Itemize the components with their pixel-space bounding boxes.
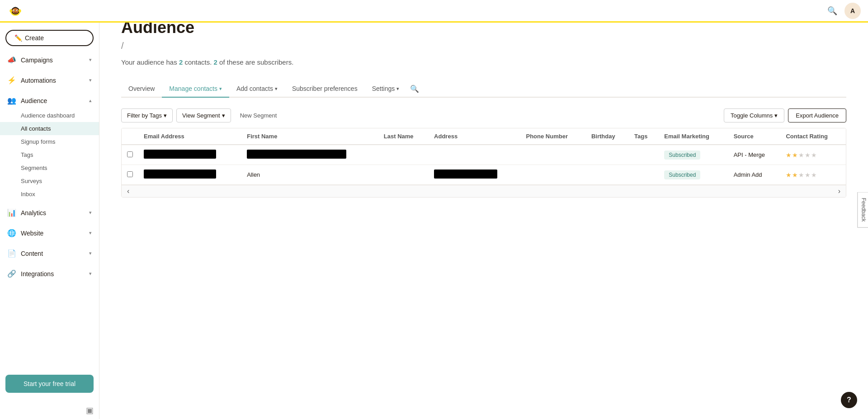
table-header: Email Address First Name Last Name Addre… <box>122 128 846 145</box>
view-segment-button[interactable]: View Segment ▾ <box>176 108 231 122</box>
sidebar-item-surveys[interactable]: Surveys <box>0 174 99 188</box>
table-row: Allen Subscribed Admin Add ★★★★★ <box>122 165 846 185</box>
sidebar-item-inbox[interactable]: Inbox <box>0 188 99 201</box>
contacts-table-container: Email Address First Name Last Name Addre… <box>121 128 846 198</box>
stars-empty: ★★★ <box>798 171 817 179</box>
th-tags: Tags <box>629 128 659 145</box>
row2-address <box>429 165 520 185</box>
analytics-icon: 📊 <box>7 208 16 216</box>
redacted-email <box>144 150 216 159</box>
sidebar-item-signup-forms[interactable]: Signup forms <box>0 135 99 148</box>
row2-email[interactable] <box>138 165 241 185</box>
redacted-email <box>144 169 216 179</box>
stars-empty: ★★★ <box>798 151 817 159</box>
sidebar-item-audience-dashboard[interactable]: Audience dashboard <box>0 109 99 122</box>
summary-suffix: of these are subscribers. <box>217 58 293 66</box>
row2-source: Admin Add <box>728 165 781 185</box>
scroll-left-icon[interactable]: ‹ <box>125 187 131 195</box>
search-icon[interactable]: 🔍 <box>827 6 837 16</box>
nav-section-automations: ⚡ Automations ▾ <box>0 70 99 90</box>
row1-birthday <box>586 145 629 165</box>
export-audience-button[interactable]: Export Audience <box>788 108 846 122</box>
feedback-tab[interactable]: Feedback <box>858 192 868 216</box>
table-body: Subscribed API - Merge ★★★★★ Allen <box>122 145 846 185</box>
filter-tags-button[interactable]: Filter by Tags ▾ <box>121 108 173 122</box>
toolbar-left: Filter by Tags ▾ View Segment ▾ New Segm… <box>121 108 282 122</box>
chevron-up-icon: ▴ <box>89 98 92 104</box>
topbar-right: 🔍 A <box>827 3 861 19</box>
analytics-label: Analytics <box>21 209 46 216</box>
sidebar: ✏️ Create 📣 Campaigns ▾ ⚡ Automations ▾ … <box>0 23 99 216</box>
svg-point-5 <box>14 10 14 11</box>
tabs-container: Overview Manage contacts ▾ Add contacts … <box>121 80 846 98</box>
tab-overview[interactable]: Overview <box>121 80 162 97</box>
create-button[interactable]: ✏️ Create <box>5 30 94 46</box>
stars-filled: ★★ <box>786 151 798 159</box>
sidebar-item-tags[interactable]: Tags <box>0 148 99 161</box>
row2-last-name <box>378 165 429 185</box>
sidebar-item-segments[interactable]: Segments <box>0 161 99 174</box>
chevron-down-icon: ▾ <box>396 86 399 92</box>
row2-tags <box>629 165 659 185</box>
th-phone: Phone Number <box>520 128 585 145</box>
sidebar-item-automations[interactable]: ⚡ Automations ▾ <box>0 72 99 89</box>
sidebar-item-analytics[interactable]: 📊 Analytics ▾ <box>0 204 99 216</box>
row1-contact-rating: ★★★★★ <box>780 145 846 165</box>
topbar-left <box>7 3 24 19</box>
chevron-down-icon: ▾ <box>89 210 92 216</box>
nav-section-audience: 👥 Audience ▴ Audience dashboard All cont… <box>0 90 99 202</box>
scroll-right-icon[interactable]: › <box>836 187 842 195</box>
pencil-icon: ✏️ <box>14 34 22 42</box>
sidebar-item-all-contacts[interactable]: All contacts <box>0 122 99 135</box>
row2-checkbox-input[interactable] <box>127 171 133 177</box>
row1-source: API - Merge <box>728 145 781 165</box>
automations-label: Automations <box>21 77 56 84</box>
summary-prefix: Your audience has <box>121 58 179 66</box>
th-email-marketing: Email Marketing <box>659 128 728 145</box>
chevron-down-icon: ▾ <box>89 57 92 63</box>
create-label: Create <box>25 34 44 42</box>
chevron-down-icon: ▾ <box>275 86 278 92</box>
subscribed-badge: Subscribed <box>664 151 700 160</box>
chevron-down-icon: ▾ <box>222 112 225 119</box>
tab-subscriber-preferences[interactable]: Subscriber preferences <box>285 80 365 97</box>
row1-tags <box>629 145 659 165</box>
main-content: Audience / Your audience has 2 contacts.… <box>99 0 868 216</box>
row1-checkbox-input[interactable] <box>127 151 133 157</box>
th-birthday: Birthday <box>586 128 629 145</box>
row2-first-name: Allen <box>241 165 378 185</box>
th-first-name: First Name <box>241 128 378 145</box>
tab-add-contacts[interactable]: Add contacts ▾ <box>229 80 285 97</box>
th-email: Email Address <box>138 128 241 145</box>
row2-checkbox[interactable] <box>122 165 138 185</box>
contacts-count: 2 <box>179 58 183 66</box>
toggle-columns-button[interactable]: Toggle Columns ▾ <box>724 108 784 122</box>
row2-email-marketing: Subscribed <box>659 165 728 185</box>
breadcrumb: / <box>121 41 846 51</box>
audience-summary: Your audience has 2 contacts. 2 of these… <box>121 58 846 66</box>
sidebar-item-campaigns[interactable]: 📣 Campaigns ▾ <box>0 52 99 68</box>
svg-point-6 <box>17 10 18 11</box>
summary-middle: contacts. <box>183 58 213 66</box>
redacted-address <box>434 169 497 179</box>
nav-section-analytics: 📊 Analytics ▾ <box>0 202 99 216</box>
tab-search-icon[interactable]: 🔍 <box>410 85 419 93</box>
audience-icon: 👥 <box>7 96 16 105</box>
table-toolbar: Filter by Tags ▾ View Segment ▾ New Segm… <box>121 108 846 122</box>
new-segment-button[interactable]: New Segment <box>235 109 283 122</box>
mailchimp-logo[interactable] <box>7 3 24 19</box>
table-scroll-bar: ‹ › <box>122 185 846 197</box>
row1-email[interactable] <box>138 145 241 165</box>
audience-label: Audience <box>21 97 47 104</box>
stars-filled: ★★ <box>786 171 798 179</box>
avatar[interactable]: A <box>844 3 861 19</box>
tab-manage-contacts[interactable]: Manage contacts ▾ <box>162 80 229 98</box>
tab-settings[interactable]: Settings ▾ <box>365 80 407 97</box>
chevron-down-icon: ▾ <box>89 77 92 83</box>
subscribed-badge: Subscribed <box>664 170 700 179</box>
row1-checkbox[interactable] <box>122 145 138 165</box>
svg-point-7 <box>9 9 12 12</box>
sidebar-item-audience[interactable]: 👥 Audience ▴ <box>0 92 99 109</box>
redacted-name <box>247 150 346 159</box>
chevron-down-icon: ▾ <box>219 86 222 92</box>
